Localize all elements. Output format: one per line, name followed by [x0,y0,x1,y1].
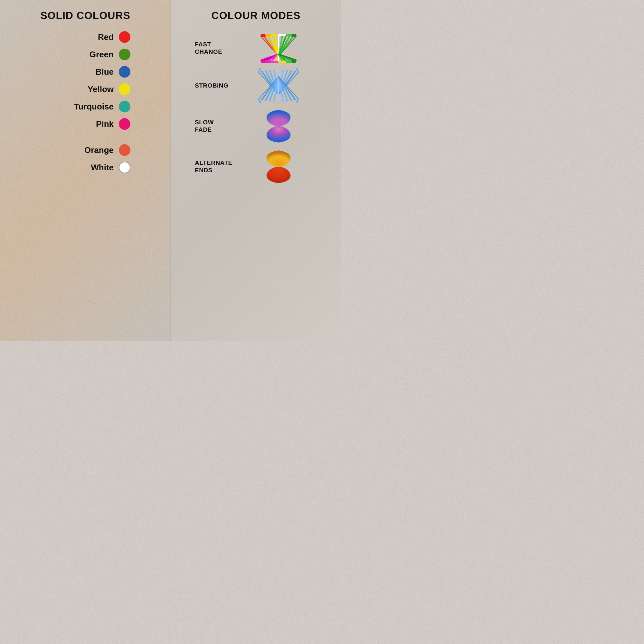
fast-change-label: FASTCHANGE [195,41,233,56]
orange-dot [119,144,130,156]
solid-colours-title: SOLID COLOURS [40,10,130,22]
slow-fade-icon [240,109,317,144]
list-item: Yellow [40,83,130,95]
divider [40,137,112,137]
color-label: Blue [62,67,114,77]
color-label: Green [62,50,114,60]
alternate-ends-item: ALTERNATEENDS [195,147,317,187]
list-item: Blue [40,66,130,78]
list-item: White [40,162,130,173]
fast-change-item: FASTCHANGE [195,31,317,65]
alternate-ends-icon [240,149,317,185]
list-item: Green [40,49,130,60]
strobing-label: STROBING [195,82,233,90]
list-item: Pink [40,118,130,130]
color-label: Orange [62,145,114,155]
list-item: Turquoise [40,101,130,112]
alternate-ends-label: ALTERNATEENDS [195,159,233,174]
color-label: White [62,163,114,173]
left-panel: SOLID COLOURS Red Green Blue Yellow Turq… [0,0,171,341]
red-dot [119,31,130,43]
alternate-ends-svg [253,149,304,185]
color-label: Yellow [62,84,114,94]
strobing-icon [240,68,317,103]
right-panel: COLOUR MODES FASTCHANGE [171,0,341,341]
color-label: Pink [62,119,114,129]
slow-fade-label: SLOWFADE [195,119,233,134]
pink-dot [119,118,130,130]
list-item: Red [40,31,130,43]
blue-dot [119,66,130,78]
slow-fade-svg [253,109,304,144]
green-dot [119,49,130,60]
color-label: Red [62,32,114,42]
color-label: Turquoise [62,102,114,112]
list-item: Orange [40,144,130,156]
turquoise-dot [119,101,130,112]
color-list: Red Green Blue Yellow Turquoise Pink Ora… [40,31,130,173]
strobing-svg [253,68,304,103]
slow-fade-item: SLOWFADE [195,106,317,147]
white-dot [119,162,130,173]
strobing-item: STROBING [195,65,317,106]
yellow-dot [119,83,130,95]
fast-change-svg [253,34,304,63]
mode-list: FASTCHANGE [195,31,317,187]
fast-change-icon [240,34,317,63]
colour-modes-title: COLOUR MODES [212,10,301,22]
